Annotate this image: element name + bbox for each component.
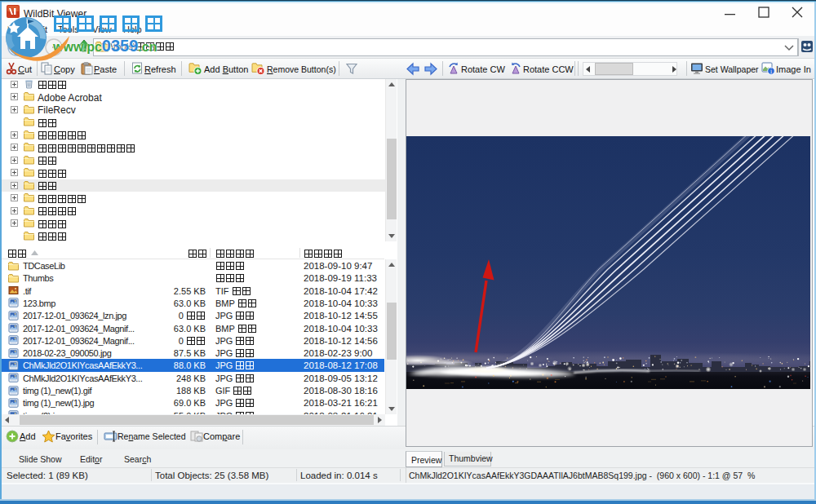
- svg-text:i: i: [770, 68, 772, 75]
